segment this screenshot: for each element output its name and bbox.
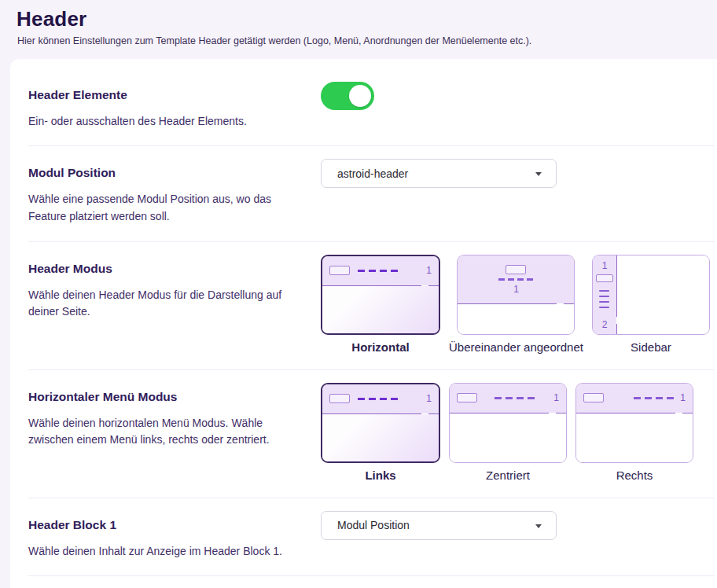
- menu-modus-option-links[interactable]: 1 Links: [321, 383, 440, 482]
- menu-dashes-icon: [495, 397, 536, 399]
- header-modus-option-horizontal[interactable]: 1 Horizontal: [321, 255, 440, 354]
- select-value: astroid-header: [337, 167, 408, 180]
- block-number-badge: 1: [426, 394, 432, 403]
- preview-topbar: 1: [450, 384, 566, 413]
- header-elemente-toggle[interactable]: [321, 82, 374, 110]
- setting-description: Wähle deinen Inhalt zur Anzeige im Heade…: [28, 543, 288, 560]
- modul-position-select[interactable]: astroid-header: [321, 159, 557, 188]
- preview-body: [458, 304, 574, 334]
- menu-dashes-icon: [599, 290, 609, 309]
- setting-label: Header Elemente: [28, 88, 288, 102]
- option-caption: Rechts: [616, 469, 653, 482]
- setting-label: Horizontaler Menü Modus: [28, 390, 288, 404]
- setting-row-horizontaler-menue-modus: Horizontaler Menü Modus Wähle deinen hor…: [28, 370, 715, 498]
- preview-topbar: 1: [458, 255, 574, 303]
- preview-body: [322, 414, 439, 461]
- setting-control: astroid-header: [321, 159, 715, 188]
- header-modus-option-sidebar[interactable]: 1 2 Sidebar: [592, 255, 710, 354]
- setting-control: Modul Position: [321, 511, 715, 540]
- setting-info: Header Block 1 Wähle deinen Inhalt zur A…: [28, 511, 321, 560]
- setting-label: Modul Position: [28, 166, 288, 180]
- menu-right-preview: 1: [575, 383, 693, 463]
- setting-row-header-block-1: Header Block 1 Wähle deinen Inhalt zur A…: [28, 498, 715, 577]
- logo-placeholder-icon: [329, 394, 350, 403]
- preview-topbar: 1: [322, 256, 439, 285]
- menu-dashes-icon: [358, 398, 399, 400]
- preview-topbar: 1: [322, 384, 439, 413]
- menu-center-preview: 1: [449, 383, 567, 463]
- header-modus-options: 1 Horizontal 1: [321, 255, 715, 354]
- settings-card: Header Elemente Ein- oder ausschalten de…: [10, 59, 717, 588]
- logo-placeholder-icon: [457, 393, 477, 402]
- option-caption: Links: [365, 469, 395, 482]
- setting-control: 1 Horizontal 1: [321, 255, 715, 354]
- option-caption: Zentriert: [486, 469, 530, 482]
- setting-info: Header Elemente Ein- oder ausschalten de…: [28, 81, 321, 130]
- header-block-1-select[interactable]: Modul Position: [321, 511, 557, 540]
- page-subtitle: Hier können Einstellungen zum Template H…: [17, 35, 700, 46]
- setting-label: Header Modus: [28, 262, 288, 276]
- setting-info: Modul Position Wähle eine passende Modul…: [28, 159, 321, 225]
- option-caption: Sidebar: [631, 340, 671, 354]
- block-number-badge: 1: [426, 266, 432, 275]
- logo-placeholder-icon: [329, 266, 350, 275]
- preview-sidecol: 1 2: [593, 255, 616, 334]
- logo-placeholder-icon: [583, 393, 604, 402]
- setting-description: Ein- oder ausschalten des Header Element…: [28, 113, 288, 130]
- preview-body: [450, 413, 566, 462]
- block-number-badge: 1: [553, 393, 559, 402]
- horizontal-layout-preview: 1: [321, 255, 440, 335]
- setting-control: [321, 81, 715, 110]
- logo-placeholder-icon: [506, 265, 526, 274]
- setting-info: Horizontaler Menü Modus Wähle deinen hor…: [28, 383, 321, 449]
- setting-description: Wähle deinen horizontalen Menü Modus. Wä…: [28, 415, 288, 449]
- menu-dashes-icon: [634, 397, 675, 399]
- menu-left-preview: 1: [321, 383, 440, 463]
- preview-body: [322, 286, 439, 333]
- sidebar-layout-preview: 1 2: [592, 255, 710, 335]
- header-modus-option-uebereinander[interactable]: 1 Übereinander angeordnet: [449, 255, 583, 354]
- page-title: Header: [17, 6, 700, 32]
- setting-control: 1 Links 1: [321, 383, 715, 482]
- setting-info: Header Modus Wähle deinen Header Modus f…: [28, 255, 321, 321]
- setting-row-header-modus: Header Modus Wähle deinen Header Modus f…: [28, 242, 715, 370]
- block-number-badge: 1: [513, 285, 519, 294]
- option-caption: Übereinander angeordnet: [449, 340, 583, 354]
- block-number-badge: 1: [602, 261, 608, 270]
- toggle-knob-icon: [349, 85, 371, 107]
- preview-body: [617, 255, 709, 334]
- option-caption: Horizontal: [351, 340, 409, 354]
- setting-row-header-elemente: Header Elemente Ein- oder ausschalten de…: [28, 68, 715, 147]
- menu-modus-option-rechts[interactable]: 1 Rechts: [575, 383, 693, 482]
- stacked-layout-preview: 1: [457, 255, 575, 335]
- setting-description: Wähle deinen Header Modus für die Darste…: [28, 287, 288, 321]
- block-number-badge: 2: [602, 320, 608, 329]
- preview-body: [576, 413, 693, 462]
- page-header: Header Hier können Einstellungen zum Tem…: [0, 0, 717, 46]
- logo-placeholder-icon: [596, 274, 613, 282]
- preview-topbar: 1: [576, 384, 693, 413]
- chevron-down-icon: [535, 172, 542, 176]
- setting-description: Wähle eine passende Modul Position aus, …: [28, 191, 288, 225]
- menu-modus-option-zentriert[interactable]: 1 Zentriert: [449, 383, 567, 482]
- block-number-badge: 1: [680, 393, 686, 402]
- menu-modus-options: 1 Links 1: [321, 383, 715, 482]
- setting-row-modul-position: Modul Position Wähle eine passende Modul…: [28, 146, 715, 241]
- select-value: Modul Position: [337, 519, 410, 531]
- setting-label: Header Block 1: [28, 518, 288, 532]
- chevron-down-icon: [535, 524, 542, 528]
- setting-row-block-1-position: Block 1 Position Wähle eine Position für…: [28, 576, 715, 588]
- menu-dashes-icon: [358, 270, 399, 272]
- menu-dashes-icon: [498, 278, 533, 281]
